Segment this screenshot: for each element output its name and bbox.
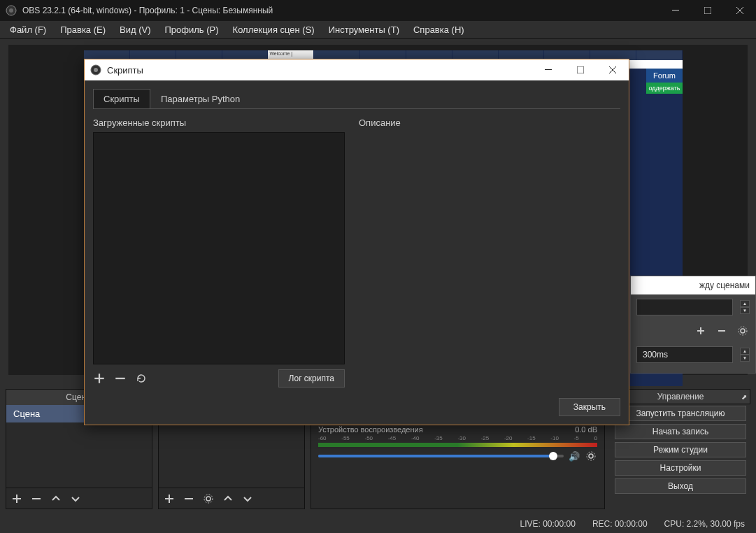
svg-rect-16 bbox=[185, 498, 193, 499]
svg-point-18 bbox=[204, 495, 213, 503]
dialog-minimize-button[interactable] bbox=[532, 59, 564, 80]
menu-view[interactable]: Вид (V) bbox=[113, 22, 157, 37]
transition-remove-button[interactable] bbox=[715, 324, 729, 338]
close-button[interactable] bbox=[724, 0, 756, 21]
dialog-titlebar: Скрипты bbox=[85, 59, 629, 80]
track-name: Устройство воспроизведения bbox=[318, 425, 423, 434]
controls-panel: Управление⬈ Запустить трансляцию Начать … bbox=[611, 389, 750, 509]
svg-rect-13 bbox=[32, 498, 41, 499]
source-add-button[interactable] bbox=[163, 492, 176, 505]
scene-up-button[interactable] bbox=[50, 492, 62, 505]
mixer-track-2: Устройство воспроизведения 0.0 dB -60-55… bbox=[311, 422, 604, 465]
menu-help[interactable]: Справка (H) bbox=[406, 22, 471, 37]
dialog-maximize-button[interactable] bbox=[564, 59, 597, 80]
settings-button[interactable]: Настройки bbox=[615, 460, 746, 476]
source-remove-button[interactable] bbox=[183, 492, 195, 505]
script-log-button[interactable]: Лог скрипта bbox=[278, 369, 345, 388]
transitions-panel: жду сценами ▲▼ 300ms ▲▼ bbox=[630, 276, 756, 374]
obs-icon bbox=[6, 5, 17, 16]
status-live: LIVE: 00:00:00 bbox=[520, 519, 575, 529]
transition-duration-spinner[interactable]: ▲▼ bbox=[740, 348, 750, 362]
scene-remove-button[interactable] bbox=[30, 492, 43, 505]
window-titlebar: OBS 23.2.1 (64-bit, windows) - Профиль: … bbox=[0, 0, 756, 21]
svg-rect-2 bbox=[672, 10, 679, 10]
track-settings-button[interactable] bbox=[585, 450, 597, 462]
status-cpu: CPU: 2.2%, 30.00 fps bbox=[664, 519, 745, 529]
source-settings-button[interactable] bbox=[202, 492, 215, 505]
description-label: Описание bbox=[359, 118, 620, 128]
svg-point-9 bbox=[741, 329, 745, 333]
svg-point-17 bbox=[206, 497, 211, 501]
transition-add-button[interactable] bbox=[694, 324, 708, 338]
transition-select-spinner[interactable]: ▲▼ bbox=[740, 300, 750, 314]
svg-rect-15 bbox=[165, 498, 173, 499]
svg-point-21 bbox=[589, 454, 593, 458]
menu-tools[interactable]: Инструменты (T) bbox=[322, 22, 406, 37]
svg-rect-26 bbox=[577, 66, 584, 73]
exit-button[interactable]: Выход bbox=[615, 478, 746, 494]
script-add-button[interactable] bbox=[93, 372, 106, 385]
tab-python-params[interactable]: Параметры Python bbox=[150, 89, 250, 108]
status-rec: REC: 00:00:00 bbox=[592, 519, 648, 529]
menu-scene-collection[interactable]: Коллекция сцен (S) bbox=[226, 22, 322, 37]
mixer-meter bbox=[318, 443, 597, 447]
volume-slider[interactable] bbox=[318, 455, 564, 457]
start-record-button[interactable]: Начать запись bbox=[615, 424, 746, 439]
transition-select[interactable] bbox=[636, 299, 733, 315]
svg-rect-12 bbox=[13, 498, 21, 499]
loaded-scripts-label: Загруженные скрипты bbox=[93, 118, 345, 128]
menu-profile[interactable]: Профиль (P) bbox=[158, 22, 226, 37]
dialog-title: Скрипты bbox=[107, 65, 532, 76]
scene-down-button[interactable] bbox=[69, 492, 82, 505]
svg-rect-31 bbox=[115, 378, 125, 379]
transition-settings-button[interactable] bbox=[736, 324, 750, 338]
maximize-button[interactable] bbox=[692, 0, 724, 21]
controls-header: Управление⬈ bbox=[611, 389, 750, 404]
source-down-button[interactable] bbox=[241, 492, 254, 505]
svg-rect-25 bbox=[545, 69, 552, 70]
support-button: оддержать bbox=[646, 83, 683, 94]
minimize-button[interactable] bbox=[659, 0, 692, 21]
window-title: OBS 23.2.1 (64-bit, windows) - Профиль: … bbox=[22, 6, 659, 15]
scripts-list[interactable] bbox=[93, 132, 345, 364]
svg-rect-7 bbox=[697, 330, 704, 332]
transition-duration-input[interactable]: 300ms bbox=[636, 346, 733, 363]
popout-icon[interactable]: ⬈ bbox=[741, 393, 747, 401]
svg-point-10 bbox=[739, 327, 747, 335]
svg-point-24 bbox=[94, 68, 98, 72]
svg-rect-3 bbox=[704, 7, 711, 14]
mixer-scale: -60-55-50-45-40-35-30-25-20-15-10-50 bbox=[318, 435, 597, 441]
studio-mode-button[interactable]: Режим студии bbox=[615, 442, 746, 457]
source-up-button[interactable] bbox=[222, 492, 234, 505]
start-stream-button[interactable]: Запустить трансляцию bbox=[615, 406, 746, 421]
dialog-close-action-button[interactable]: Закрыть bbox=[559, 398, 620, 416]
script-reload-button[interactable] bbox=[135, 372, 148, 385]
menu-edit[interactable]: Правка (E) bbox=[53, 22, 113, 37]
svg-point-22 bbox=[587, 452, 595, 460]
statusbar: LIVE: 00:00:00 REC: 00:00:00 CPU: 2.2%, … bbox=[0, 515, 756, 533]
tab-scripts[interactable]: Скрипты bbox=[93, 89, 150, 108]
svg-rect-30 bbox=[94, 378, 104, 379]
scene-add-button[interactable] bbox=[10, 492, 23, 505]
menu-file[interactable]: Файл (F) bbox=[3, 22, 53, 37]
transitions-header: жду сценами bbox=[631, 276, 755, 294]
svg-point-1 bbox=[9, 8, 13, 13]
scripts-dialog: Скрипты Скрипты Параметры Python Загруже… bbox=[84, 59, 629, 425]
script-remove-button[interactable] bbox=[114, 372, 127, 385]
track-level: 0.0 dB bbox=[575, 425, 597, 434]
dialog-close-button[interactable] bbox=[597, 59, 629, 80]
menubar: Файл (F) Правка (E) Вид (V) Профиль (P) … bbox=[0, 21, 756, 39]
svg-rect-8 bbox=[718, 330, 725, 332]
obs-icon bbox=[90, 64, 101, 76]
dialog-tabs: Скрипты Параметры Python bbox=[93, 89, 620, 109]
forum-button: Forum bbox=[646, 69, 683, 83]
speaker-icon[interactable]: 🔊 bbox=[568, 450, 580, 462]
